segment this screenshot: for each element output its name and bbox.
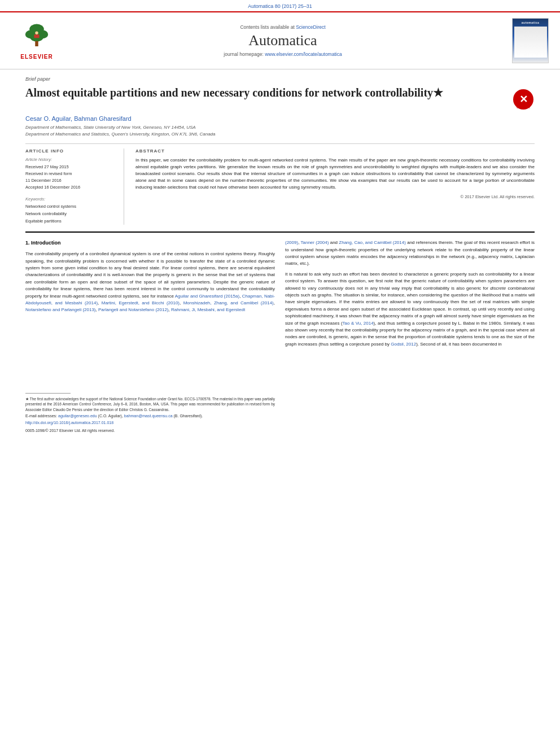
journal-center: Contents lists available at ScienceDirec…	[62, 24, 504, 57]
keyword-2: Network controllability	[25, 211, 117, 218]
crossmark-icon: ✕ CrossMark	[512, 88, 535, 111]
affiliations: Department of Mathematics, State Univers…	[25, 124, 535, 138]
journal-top-line: Automatica 80 (2017) 25–31	[0, 0, 560, 11]
footnote-doi: http://dx.doi.org/10.1016/j.automatica.2…	[25, 420, 275, 426]
ref-martini-2010[interactable]: Martini, Egerstedt, and Bicchi (2010)	[102, 300, 180, 305]
elsevier-tree-icon	[20, 21, 54, 53]
left-body-column: 1. Introduction The controllability prop…	[25, 239, 275, 434]
received-revised-date: 11 December 2016	[25, 177, 117, 184]
ref-aguilar-2015a[interactable]: Aguilar and Gharesifard (2015a)	[175, 294, 239, 299]
svg-point-6	[35, 31, 38, 34]
intro-paragraph-right-1: (2009), Tanner (2004) and Zhang, Cao, an…	[285, 239, 535, 268]
ref-2009[interactable]: (2009)	[285, 240, 298, 245]
article-title: Almost equitable partitions and new nece…	[25, 85, 506, 100]
article-info-title: ARTICLE INFO	[25, 148, 117, 154]
divider-1	[25, 143, 535, 144]
ref-monshizadeh-2014[interactable]: Monshizadeh, Zhang, and Camlibel (2014)	[183, 300, 274, 305]
page: Automatica 80 (2017) 25–31 ELSEVIER	[0, 0, 560, 747]
journal-right-thumbnail: automatica	[504, 18, 549, 63]
article-history-label: Article history:	[25, 157, 117, 162]
svg-rect-5	[35, 41, 38, 46]
authors: Cesar O. Aguilar, Bahman Gharesifard	[25, 115, 535, 122]
journal-homepage-link[interactable]: www.elsevier.com/locate/automatica	[265, 51, 342, 57]
svg-rect-7	[34, 34, 39, 38]
abstract-title: ABSTRACT	[135, 148, 535, 154]
thick-divider	[25, 231, 535, 233]
keywords-list: Networked control systems Network contro…	[25, 203, 117, 225]
keywords-label: Keywords:	[25, 196, 117, 202]
ref-parlangeli-2012[interactable]: Parlangeli and Notarstefano (2012)	[98, 307, 169, 312]
automatica-thumbnail: automatica	[512, 18, 549, 63]
doi-link[interactable]: http://dx.doi.org/10.1016/j.automatica.2…	[25, 421, 113, 425]
footnote-copyright: 0005-1098/© 2017 Elsevier Ltd. All right…	[25, 428, 275, 434]
received-revised-label: Received in revised form	[25, 171, 117, 177]
article-title-row: Almost equitable partitions and new nece…	[25, 85, 535, 111]
journal-header: ELSEVIER Contents lists available at Sci…	[0, 11, 560, 69]
ref-notarstefano-2013[interactable]: Notarstefano and Parlangeli (2013)	[25, 307, 96, 312]
elsevier-logo: ELSEVIER	[11, 21, 62, 60]
brief-paper-label: Brief paper	[25, 76, 535, 82]
two-col-body: 1. Introduction The controllability prop…	[25, 239, 535, 434]
keyword-3: Equitable partitions	[25, 218, 117, 225]
footnote-emails: E-mail addresses: aguilar@geneseo.edu (C…	[25, 413, 275, 420]
affiliation-1: Department of Mathematics, State Univers…	[25, 124, 535, 131]
svg-text:✕: ✕	[519, 94, 528, 105]
affiliation-2: Department of Mathematics and Statistics…	[25, 131, 535, 138]
intro-paragraph-right-2: It is natural to ask why such an effort …	[285, 271, 535, 348]
article-info-column: ARTICLE INFO Article history: Received 2…	[25, 148, 124, 225]
ref-tao-vu-2014[interactable]: Tao & Vu, 2014	[343, 321, 374, 326]
ref-godsil-2012[interactable]: Godsil, 2012	[391, 342, 416, 347]
keyword-1: Networked control systems	[25, 203, 117, 211]
elsevier-brand-text: ELSEVIER	[20, 54, 53, 60]
intro-paragraph-1: The controllability property of a contro…	[25, 251, 275, 314]
section-1-heading: 1. Introduction	[25, 239, 275, 247]
right-body-column: (2009), Tanner (2004) and Zhang, Cao, an…	[285, 239, 535, 434]
abstract-text: In this paper, we consider the controlla…	[135, 157, 535, 191]
email-link-1[interactable]: aguilar@geneseo.edu	[58, 414, 97, 418]
info-abstract-section: ARTICLE INFO Article history: Received 2…	[25, 148, 535, 225]
ref-zhang-2014[interactable]: Zhang, Cao, and Camlibel (2014)	[339, 240, 406, 245]
svg-text:CrossMark: CrossMark	[517, 106, 531, 109]
received-date: Received 27 May 2015	[25, 164, 117, 171]
journal-homepage: journal homepage: www.elsevier.com/locat…	[62, 51, 504, 57]
accepted-date: Accepted 16 December 2016	[25, 184, 117, 191]
abstract-copyright: © 2017 Elsevier Ltd. All rights reserved…	[135, 194, 535, 199]
sciencedirect-link[interactable]: ScienceDirect	[296, 24, 325, 30]
ref-rahmani-egerstedt[interactable]: Rahmani, Ji, Mesbahi, and Egerstedt	[171, 307, 245, 312]
ref-tanner-2004[interactable]: Tanner (2004)	[301, 240, 329, 245]
contents-available-line: Contents lists available at ScienceDirec…	[62, 24, 504, 30]
email-link-2[interactable]: bahman@mast.queensu.ca	[124, 414, 173, 418]
main-content: Brief paper Almost equitable partitions …	[0, 69, 560, 441]
footnote-divider	[25, 393, 71, 394]
journal-title: Automatica	[62, 32, 504, 49]
star-footnote: ★ The first author acknowledges the supp…	[25, 396, 275, 413]
footnote-area: ★ The first author acknowledges the supp…	[25, 393, 275, 434]
article-dates: Received 27 May 2015 Received in revised…	[25, 164, 117, 191]
abstract-column: ABSTRACT In this paper, we consider the …	[135, 148, 535, 225]
